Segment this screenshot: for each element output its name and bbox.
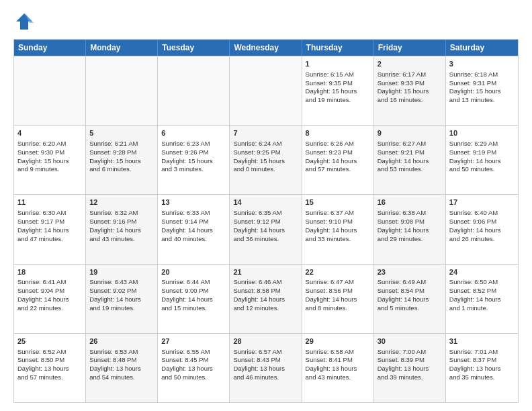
day-info: Sunrise: 6:57 AM Sunset: 8:43 PM Dayligh… (233, 348, 285, 381)
page: SundayMondayTuesdayWednesdayThursdayFrid… (0, 0, 532, 411)
calendar-cell-empty (14, 56, 86, 125)
calendar-cell-23: 23Sunrise: 6:49 AM Sunset: 8:54 PM Dayli… (374, 265, 446, 333)
calendar-row-2: 11Sunrise: 6:30 AM Sunset: 9:17 PM Dayli… (14, 194, 518, 263)
calendar-cell-4: 4Sunrise: 6:20 AM Sunset: 9:30 PM Daylig… (14, 126, 86, 194)
day-number: 18 (17, 267, 82, 277)
calendar-cell-empty (158, 56, 230, 125)
header-cell-saturday: Saturday (446, 40, 518, 56)
header-cell-wednesday: Wednesday (230, 40, 302, 56)
day-info: Sunrise: 7:00 AM Sunset: 8:39 PM Dayligh… (378, 348, 429, 381)
day-info: Sunrise: 6:49 AM Sunset: 8:54 PM Dayligh… (378, 278, 429, 311)
day-info: Sunrise: 6:41 AM Sunset: 9:04 PM Dayligh… (17, 278, 69, 311)
day-info: Sunrise: 7:01 AM Sunset: 8:37 PM Dayligh… (449, 348, 501, 381)
day-number: 17 (449, 197, 515, 208)
day-number: 23 (378, 267, 442, 277)
day-number: 25 (17, 336, 82, 347)
calendar-cell-3: 3Sunrise: 6:18 AM Sunset: 9:31 PM Daylig… (446, 56, 518, 125)
calendar-cell-empty (86, 56, 158, 125)
calendar-cell-7: 7Sunrise: 6:24 AM Sunset: 9:25 PM Daylig… (230, 126, 302, 194)
day-number: 9 (378, 128, 442, 138)
calendar-cell-15: 15Sunrise: 6:37 AM Sunset: 9:10 PM Dayli… (302, 195, 374, 263)
calendar-cell-1: 1Sunrise: 6:15 AM Sunset: 9:35 PM Daylig… (302, 56, 374, 125)
day-info: Sunrise: 6:37 AM Sunset: 9:10 PM Dayligh… (306, 209, 357, 242)
day-info: Sunrise: 6:17 AM Sunset: 9:33 PM Dayligh… (378, 71, 429, 103)
day-number: 30 (378, 336, 442, 347)
day-info: Sunrise: 6:32 AM Sunset: 9:16 PM Dayligh… (89, 209, 141, 242)
day-number: 2 (378, 59, 442, 69)
day-info: Sunrise: 6:43 AM Sunset: 9:02 PM Dayligh… (89, 278, 141, 311)
logo-icon (13, 11, 35, 32)
day-number: 24 (449, 267, 515, 277)
day-number: 19 (89, 267, 154, 277)
day-number: 29 (306, 336, 370, 347)
day-info: Sunrise: 6:38 AM Sunset: 9:08 PM Dayligh… (378, 209, 429, 242)
calendar-cell-21: 21Sunrise: 6:46 AM Sunset: 8:58 PM Dayli… (230, 265, 302, 333)
calendar-row-1: 4Sunrise: 6:20 AM Sunset: 9:30 PM Daylig… (14, 125, 518, 194)
day-info: Sunrise: 6:18 AM Sunset: 9:31 PM Dayligh… (449, 71, 501, 103)
day-number: 21 (233, 267, 298, 277)
day-info: Sunrise: 6:44 AM Sunset: 9:00 PM Dayligh… (161, 278, 213, 311)
day-number: 11 (17, 197, 82, 208)
calendar-cell-22: 22Sunrise: 6:47 AM Sunset: 8:56 PM Dayli… (302, 265, 374, 333)
calendar-cell-26: 26Sunrise: 6:53 AM Sunset: 8:48 PM Dayli… (86, 334, 158, 402)
header-cell-sunday: Sunday (14, 40, 86, 56)
day-number: 15 (306, 197, 370, 208)
day-info: Sunrise: 6:23 AM Sunset: 9:26 PM Dayligh… (161, 140, 213, 173)
logo (13, 11, 38, 32)
day-info: Sunrise: 6:26 AM Sunset: 9:23 PM Dayligh… (306, 140, 357, 173)
day-number: 5 (89, 128, 154, 138)
calendar-cell-14: 14Sunrise: 6:35 AM Sunset: 9:12 PM Dayli… (230, 195, 302, 263)
header-cell-thursday: Thursday (302, 40, 374, 56)
day-info: Sunrise: 6:58 AM Sunset: 8:41 PM Dayligh… (306, 348, 357, 381)
calendar: SundayMondayTuesdayWednesdayThursdayFrid… (13, 39, 519, 403)
calendar-cell-29: 29Sunrise: 6:58 AM Sunset: 8:41 PM Dayli… (302, 334, 374, 402)
calendar-cell-empty (230, 56, 302, 125)
header-cell-friday: Friday (374, 40, 446, 56)
day-info: Sunrise: 6:55 AM Sunset: 8:45 PM Dayligh… (161, 348, 213, 381)
day-number: 3 (449, 59, 515, 69)
day-number: 14 (233, 197, 298, 208)
calendar-body: 1Sunrise: 6:15 AM Sunset: 9:35 PM Daylig… (14, 56, 518, 402)
day-number: 27 (161, 336, 226, 347)
day-info: Sunrise: 6:46 AM Sunset: 8:58 PM Dayligh… (233, 278, 285, 311)
calendar-cell-27: 27Sunrise: 6:55 AM Sunset: 8:45 PM Dayli… (158, 334, 230, 402)
calendar-cell-16: 16Sunrise: 6:38 AM Sunset: 9:08 PM Dayli… (374, 195, 446, 263)
day-info: Sunrise: 6:21 AM Sunset: 9:28 PM Dayligh… (89, 140, 141, 173)
day-info: Sunrise: 6:52 AM Sunset: 8:50 PM Dayligh… (17, 348, 69, 381)
calendar-cell-31: 31Sunrise: 7:01 AM Sunset: 8:37 PM Dayli… (446, 334, 518, 402)
calendar-cell-11: 11Sunrise: 6:30 AM Sunset: 9:17 PM Dayli… (14, 195, 86, 263)
day-number: 22 (306, 267, 370, 277)
day-info: Sunrise: 6:35 AM Sunset: 9:12 PM Dayligh… (233, 209, 285, 242)
day-info: Sunrise: 6:29 AM Sunset: 9:19 PM Dayligh… (449, 140, 501, 173)
day-number: 8 (306, 128, 370, 138)
calendar-row-3: 18Sunrise: 6:41 AM Sunset: 9:04 PM Dayli… (14, 264, 518, 333)
day-number: 20 (161, 267, 226, 277)
header-cell-tuesday: Tuesday (158, 40, 230, 56)
day-number: 16 (378, 197, 442, 208)
calendar-cell-13: 13Sunrise: 6:33 AM Sunset: 9:14 PM Dayli… (158, 195, 230, 263)
calendar-cell-19: 19Sunrise: 6:43 AM Sunset: 9:02 PM Dayli… (86, 265, 158, 333)
calendar-cell-24: 24Sunrise: 6:50 AM Sunset: 8:52 PM Dayli… (446, 265, 518, 333)
day-number: 4 (17, 128, 82, 138)
day-number: 6 (161, 128, 226, 138)
header (13, 11, 519, 32)
calendar-cell-20: 20Sunrise: 6:44 AM Sunset: 9:00 PM Dayli… (158, 265, 230, 333)
day-info: Sunrise: 6:50 AM Sunset: 8:52 PM Dayligh… (449, 278, 501, 311)
day-number: 1 (306, 59, 370, 69)
day-info: Sunrise: 6:47 AM Sunset: 8:56 PM Dayligh… (306, 278, 357, 311)
day-info: Sunrise: 6:24 AM Sunset: 9:25 PM Dayligh… (233, 140, 285, 173)
calendar-row-0: 1Sunrise: 6:15 AM Sunset: 9:35 PM Daylig… (14, 56, 518, 125)
day-info: Sunrise: 6:15 AM Sunset: 9:35 PM Dayligh… (306, 71, 357, 103)
day-number: 12 (89, 197, 154, 208)
day-info: Sunrise: 6:53 AM Sunset: 8:48 PM Dayligh… (89, 348, 141, 381)
day-info: Sunrise: 6:40 AM Sunset: 9:06 PM Dayligh… (449, 209, 501, 242)
day-number: 7 (233, 128, 298, 138)
calendar-row-4: 25Sunrise: 6:52 AM Sunset: 8:50 PM Dayli… (14, 333, 518, 402)
calendar-cell-6: 6Sunrise: 6:23 AM Sunset: 9:26 PM Daylig… (158, 126, 230, 194)
calendar-cell-9: 9Sunrise: 6:27 AM Sunset: 9:21 PM Daylig… (374, 126, 446, 194)
day-number: 13 (161, 197, 226, 208)
day-number: 10 (449, 128, 515, 138)
calendar-header: SundayMondayTuesdayWednesdayThursdayFrid… (14, 40, 518, 56)
day-number: 26 (89, 336, 154, 347)
day-info: Sunrise: 6:33 AM Sunset: 9:14 PM Dayligh… (161, 209, 213, 242)
